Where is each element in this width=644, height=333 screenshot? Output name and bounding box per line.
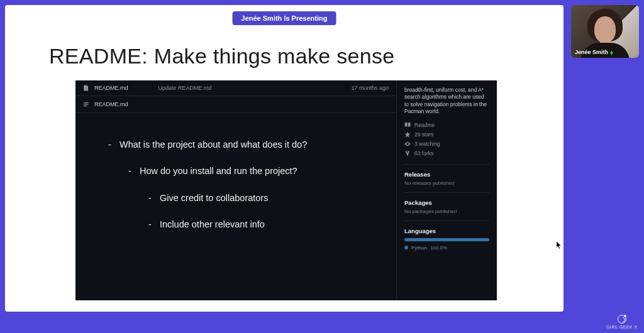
presentation-stage: Jenée Smith Is Presenting README: Make t… (5, 5, 564, 312)
github-main-column: README.md Update README.md 17 months ago… (75, 80, 396, 300)
packages-sub: No packages published (404, 209, 489, 214)
bullet-item: Give credit to collaborators (148, 192, 384, 204)
camera-label: Jenée Smith ı|ı (575, 49, 613, 55)
releases-section: Releases No releases published (404, 164, 489, 186)
slide-title: README: Make things make sense (49, 44, 394, 68)
star-icon (404, 131, 411, 138)
repo-description: breadth-first, uniform cost, and A* sear… (404, 87, 489, 116)
releases-sub: No releases published (404, 180, 489, 186)
repo-meta: Readme 29 stars 3 watching 63 forks (404, 122, 489, 156)
file-icon (83, 85, 89, 91)
packages-section: Packages No packages published (404, 192, 489, 214)
github-sidebar: breadth-first, uniform cost, and A* sear… (396, 80, 497, 300)
releases-title: Releases (404, 171, 489, 178)
language-dot (404, 246, 408, 249)
eye-icon (404, 141, 411, 147)
readme-filename: README.md (94, 101, 128, 107)
bullet-item: What is the project about and what does … (108, 138, 384, 151)
language-name: Python (411, 245, 427, 251)
meta-stars: 29 stars (404, 131, 489, 138)
book-icon (404, 122, 411, 128)
language-bar (404, 238, 489, 241)
github-screenshot: README.md Update README.md 17 months ago… (75, 80, 497, 300)
meta-watching-text: 3 watching (414, 141, 440, 147)
presenter-banner: Jenée Smith Is Presenting (233, 11, 336, 25)
file-name: README.md (94, 85, 128, 91)
presenter-banner-text: Jenée Smith Is Presenting (242, 14, 328, 22)
language-pct: 100.0% (430, 245, 447, 251)
camera-name: Jenée Smith (575, 49, 608, 55)
fork-icon (404, 150, 411, 156)
list-icon (83, 101, 89, 107)
mouse-cursor-icon (556, 241, 562, 249)
meta-stars-text: 29 stars (414, 131, 433, 138)
meta-forks: 63 forks (404, 150, 489, 156)
speaking-indicator-icon: ı|ı (610, 50, 613, 55)
language-row: Python 100.0% (404, 245, 489, 251)
readme-bullets: What is the project about and what does … (108, 138, 384, 231)
avatar-face (594, 16, 616, 43)
packages-title: Packages (404, 199, 489, 206)
languages-section: Languages Python 100.0% (404, 221, 489, 251)
bullet-item: Include other relevant info (148, 218, 384, 231)
commit-message: Update README.md (158, 85, 347, 91)
commit-time: 17 months ago (351, 85, 389, 91)
meta-forks-text: 63 forks (414, 150, 433, 156)
meta-readme: Readme (404, 122, 489, 128)
bullet-item: How do you install and run the project? (128, 165, 384, 177)
github-file-row: README.md Update README.md 17 months ago (75, 80, 396, 96)
meta-watching: 3 watching (404, 141, 489, 147)
meta-readme-text: Readme (414, 122, 435, 128)
brand-text: GIRL GEEK X (606, 325, 638, 329)
readme-body: What is the project about and what does … (75, 113, 396, 300)
brand-badge: GIRL GEEK X (606, 315, 638, 329)
brand-logo-icon (618, 315, 626, 324)
readme-header: README.md (75, 96, 396, 113)
languages-title: Languages (404, 227, 489, 234)
camera-tile[interactable]: Jenée Smith ı|ı (571, 5, 639, 58)
